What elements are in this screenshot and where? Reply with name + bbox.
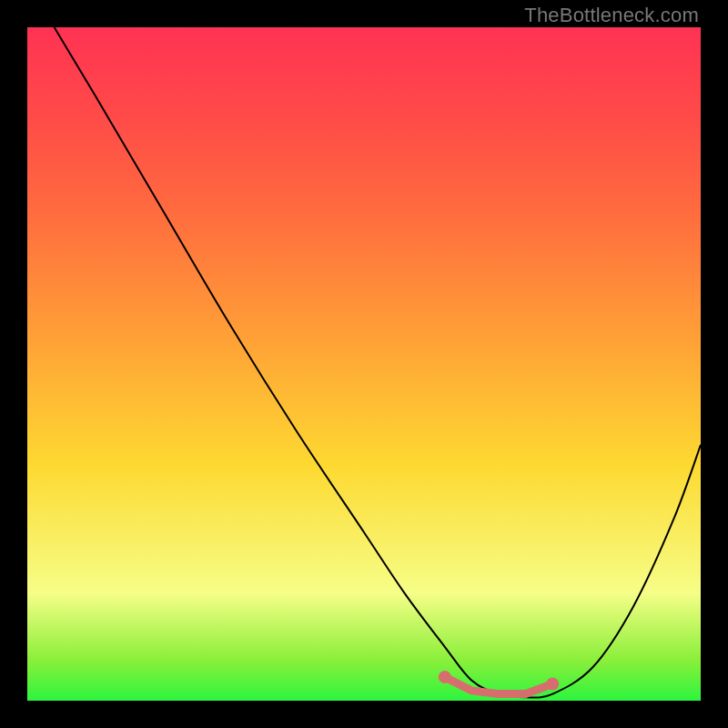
bottleneck-chart xyxy=(27,27,701,701)
bottleneck-curve xyxy=(55,27,701,698)
chart-overlay xyxy=(27,27,701,701)
optimal-range-start-dot xyxy=(439,671,451,683)
watermark-text: TheBottleneck.com xyxy=(524,4,699,27)
optimal-range-line xyxy=(445,677,552,694)
optimal-range-end-dot xyxy=(546,678,559,691)
